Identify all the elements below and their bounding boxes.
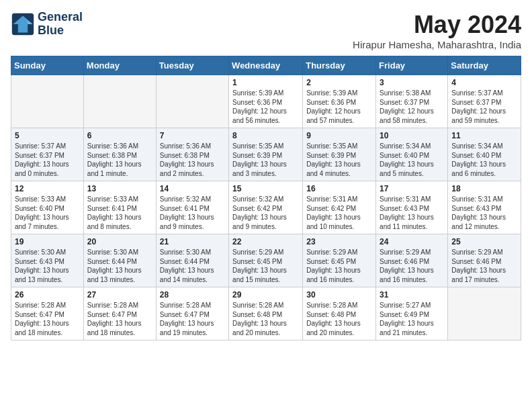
day-info: Sunrise: 5:29 AM Sunset: 6:45 PM Dayligh… [232, 248, 299, 284]
calendar-cell: 19Sunrise: 5:30 AM Sunset: 6:43 PM Dayli… [11, 234, 84, 287]
day-number: 19 [15, 237, 80, 246]
day-number: 3 [380, 78, 444, 87]
day-info: Sunrise: 5:29 AM Sunset: 6:46 PM Dayligh… [380, 248, 444, 284]
day-number: 14 [160, 184, 225, 193]
day-info: Sunrise: 5:39 AM Sunset: 6:36 PM Dayligh… [232, 89, 299, 125]
day-number: 23 [306, 237, 372, 246]
calendar-cell: 17Sunrise: 5:31 AM Sunset: 6:43 PM Dayli… [376, 181, 448, 234]
day-info: Sunrise: 5:34 AM Sunset: 6:40 PM Dayligh… [380, 142, 444, 178]
day-number: 15 [232, 184, 299, 193]
calendar-cell: 14Sunrise: 5:32 AM Sunset: 6:41 PM Dayli… [156, 181, 228, 234]
calendar-cell [448, 287, 521, 340]
calendar-cell: 18Sunrise: 5:31 AM Sunset: 6:43 PM Dayli… [448, 181, 521, 234]
logo-line2: Blue [38, 24, 83, 38]
day-number: 26 [15, 290, 80, 300]
day-info: Sunrise: 5:31 AM Sunset: 6:43 PM Dayligh… [380, 195, 444, 231]
calendar-cell: 26Sunrise: 5:28 AM Sunset: 6:47 PM Dayli… [11, 287, 84, 340]
calendar-cell: 25Sunrise: 5:29 AM Sunset: 6:46 PM Dayli… [448, 234, 521, 287]
calendar-cell: 31Sunrise: 5:27 AM Sunset: 6:49 PM Dayli… [376, 287, 448, 340]
day-number: 21 [160, 237, 225, 246]
calendar-week-row: 1Sunrise: 5:39 AM Sunset: 6:36 PM Daylig… [11, 75, 521, 128]
day-of-week-header: Saturday [448, 56, 521, 75]
day-info: Sunrise: 5:27 AM Sunset: 6:49 PM Dayligh… [380, 301, 444, 337]
day-number: 11 [451, 131, 517, 140]
day-info: Sunrise: 5:37 AM Sunset: 6:37 PM Dayligh… [451, 89, 517, 125]
day-number: 12 [15, 184, 80, 193]
day-info: Sunrise: 5:28 AM Sunset: 6:48 PM Dayligh… [306, 301, 372, 337]
day-of-week-header: Monday [83, 56, 156, 75]
day-info: Sunrise: 5:30 AM Sunset: 6:43 PM Dayligh… [15, 248, 80, 284]
day-of-week-header: Tuesday [156, 56, 228, 75]
day-number: 5 [15, 131, 80, 140]
day-number: 17 [380, 184, 444, 193]
calendar-week-row: 5Sunrise: 5:37 AM Sunset: 6:37 PM Daylig… [11, 128, 521, 181]
calendar-cell: 29Sunrise: 5:28 AM Sunset: 6:48 PM Dayli… [229, 287, 303, 340]
day-number: 27 [87, 290, 152, 300]
day-info: Sunrise: 5:39 AM Sunset: 6:36 PM Dayligh… [306, 89, 372, 125]
day-info: Sunrise: 5:34 AM Sunset: 6:40 PM Dayligh… [451, 142, 517, 178]
calendar-cell: 13Sunrise: 5:33 AM Sunset: 6:41 PM Dayli… [83, 181, 156, 234]
day-number: 31 [380, 290, 444, 300]
title-section: May 2024 Hirapur Hamesha, Maharashtra, I… [353, 11, 521, 50]
calendar-cell: 30Sunrise: 5:28 AM Sunset: 6:48 PM Dayli… [303, 287, 376, 340]
calendar-cell: 6Sunrise: 5:36 AM Sunset: 6:38 PM Daylig… [83, 128, 156, 181]
page-header: General Blue May 2024 Hirapur Hamesha, M… [11, 11, 521, 50]
day-info: Sunrise: 5:37 AM Sunset: 6:37 PM Dayligh… [15, 142, 80, 178]
month-year: May 2024 [353, 11, 521, 39]
day-info: Sunrise: 5:32 AM Sunset: 6:42 PM Dayligh… [232, 195, 299, 231]
day-number: 13 [87, 184, 152, 193]
logo: General Blue [11, 11, 83, 38]
day-number: 9 [306, 131, 372, 140]
day-number: 8 [232, 131, 299, 140]
day-of-week-header: Sunday [11, 56, 84, 75]
day-number: 4 [451, 78, 517, 87]
day-number: 16 [306, 184, 372, 193]
calendar-cell: 20Sunrise: 5:30 AM Sunset: 6:44 PM Dayli… [83, 234, 156, 287]
calendar-cell: 5Sunrise: 5:37 AM Sunset: 6:37 PM Daylig… [11, 128, 84, 181]
day-number: 18 [451, 184, 517, 193]
day-info: Sunrise: 5:33 AM Sunset: 6:40 PM Dayligh… [15, 195, 80, 231]
day-number: 24 [380, 237, 444, 246]
calendar-cell: 11Sunrise: 5:34 AM Sunset: 6:40 PM Dayli… [448, 128, 521, 181]
calendar-header-row: SundayMondayTuesdayWednesdayThursdayFrid… [11, 56, 521, 75]
day-info: Sunrise: 5:28 AM Sunset: 6:48 PM Dayligh… [232, 301, 299, 337]
day-info: Sunrise: 5:28 AM Sunset: 6:47 PM Dayligh… [15, 301, 80, 337]
day-info: Sunrise: 5:35 AM Sunset: 6:39 PM Dayligh… [306, 142, 372, 178]
day-info: Sunrise: 5:29 AM Sunset: 6:45 PM Dayligh… [306, 248, 372, 284]
calendar-cell: 2Sunrise: 5:39 AM Sunset: 6:36 PM Daylig… [303, 75, 376, 128]
calendar-cell: 8Sunrise: 5:35 AM Sunset: 6:39 PM Daylig… [229, 128, 303, 181]
calendar-cell: 7Sunrise: 5:36 AM Sunset: 6:38 PM Daylig… [156, 128, 228, 181]
day-info: Sunrise: 5:38 AM Sunset: 6:37 PM Dayligh… [380, 89, 444, 125]
day-info: Sunrise: 5:30 AM Sunset: 6:44 PM Dayligh… [160, 248, 225, 284]
logo-line1: General [38, 11, 83, 24]
day-number: 6 [87, 131, 152, 140]
day-of-week-header: Friday [376, 56, 448, 75]
day-number: 7 [160, 131, 225, 140]
day-info: Sunrise: 5:35 AM Sunset: 6:39 PM Dayligh… [232, 142, 299, 178]
day-info: Sunrise: 5:36 AM Sunset: 6:38 PM Dayligh… [160, 142, 225, 178]
day-info: Sunrise: 5:31 AM Sunset: 6:42 PM Dayligh… [306, 195, 372, 231]
calendar-cell: 21Sunrise: 5:30 AM Sunset: 6:44 PM Dayli… [156, 234, 228, 287]
calendar-cell: 9Sunrise: 5:35 AM Sunset: 6:39 PM Daylig… [303, 128, 376, 181]
calendar-cell: 4Sunrise: 5:37 AM Sunset: 6:37 PM Daylig… [448, 75, 521, 128]
calendar-cell: 1Sunrise: 5:39 AM Sunset: 6:36 PM Daylig… [229, 75, 303, 128]
day-number: 1 [232, 78, 299, 87]
calendar-cell [156, 75, 228, 128]
calendar-table: SundayMondayTuesdayWednesdayThursdayFrid… [11, 56, 521, 340]
day-number: 28 [160, 290, 225, 300]
day-info: Sunrise: 5:31 AM Sunset: 6:43 PM Dayligh… [451, 195, 517, 231]
calendar-cell: 10Sunrise: 5:34 AM Sunset: 6:40 PM Dayli… [376, 128, 448, 181]
calendar-cell: 16Sunrise: 5:31 AM Sunset: 6:42 PM Dayli… [303, 181, 376, 234]
calendar-week-row: 19Sunrise: 5:30 AM Sunset: 6:43 PM Dayli… [11, 234, 521, 287]
day-number: 29 [232, 290, 299, 300]
day-of-week-header: Thursday [303, 56, 376, 75]
day-number: 20 [87, 237, 152, 246]
logo-icon [11, 12, 35, 36]
calendar-cell: 15Sunrise: 5:32 AM Sunset: 6:42 PM Dayli… [229, 181, 303, 234]
day-info: Sunrise: 5:29 AM Sunset: 6:46 PM Dayligh… [451, 248, 517, 284]
calendar-cell: 22Sunrise: 5:29 AM Sunset: 6:45 PM Dayli… [229, 234, 303, 287]
day-number: 2 [306, 78, 372, 87]
day-number: 22 [232, 237, 299, 246]
calendar-cell [83, 75, 156, 128]
calendar-cell: 28Sunrise: 5:28 AM Sunset: 6:47 PM Dayli… [156, 287, 228, 340]
